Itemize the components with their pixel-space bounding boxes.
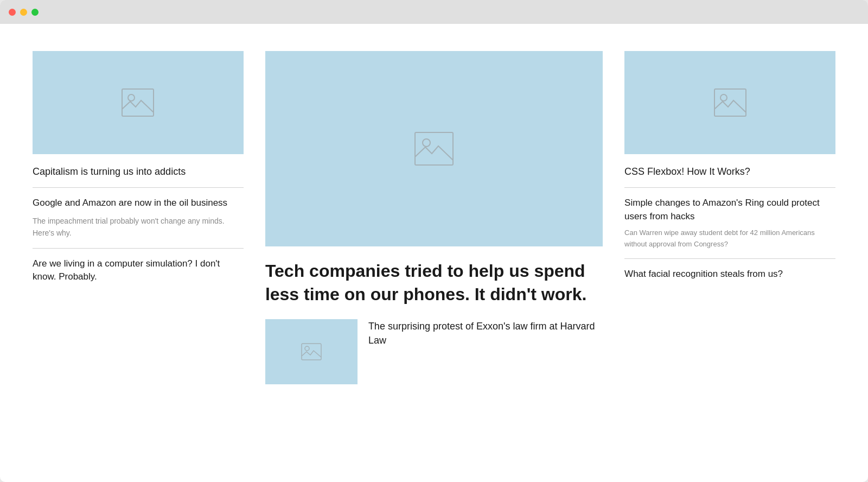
svg-rect-6 xyxy=(714,89,746,116)
article-grid: Capitalism is turning us into addicts Go… xyxy=(33,51,835,384)
right-top-placeholder xyxy=(624,51,835,154)
titlebar xyxy=(0,0,868,24)
middle-bottom-placeholder xyxy=(265,319,358,384)
middle-hero-placeholder xyxy=(265,51,603,246)
minimize-button[interactable] xyxy=(20,9,27,16)
right-divider-2 xyxy=(624,258,835,259)
svg-point-1 xyxy=(128,94,135,101)
right-article1-title[interactable]: CSS Flexbox! How It Works? xyxy=(624,165,835,179)
main-content: Capitalism is turning us into addicts Go… xyxy=(0,24,868,482)
right-article4-title[interactable]: What facial recognition steals from us? xyxy=(624,268,835,281)
left-article2-summary: The impeachment trial probably won't cha… xyxy=(33,215,244,239)
svg-point-3 xyxy=(423,139,430,147)
left-column: Capitalism is turning us into addicts Go… xyxy=(33,51,244,384)
svg-point-7 xyxy=(720,94,727,101)
middle-bottom-article-title[interactable]: The surprising protest of Exxon's law fi… xyxy=(368,319,603,347)
svg-rect-0 xyxy=(122,89,154,116)
left-top-placeholder xyxy=(33,51,244,154)
maximize-button[interactable] xyxy=(31,9,39,16)
middle-column: Tech companies tried to help us spend le… xyxy=(265,51,603,384)
right-article2-title[interactable]: Simple changes to Amazon's Ring could pr… xyxy=(624,196,835,223)
right-divider-1 xyxy=(624,187,835,188)
middle-bottom-article: The surprising protest of Exxon's law fi… xyxy=(265,319,603,384)
divider-1 xyxy=(33,187,244,188)
left-top-image-container xyxy=(33,51,244,154)
browser-window: Capitalism is turning us into addicts Go… xyxy=(0,0,868,482)
right-article3-summary: Can Warren wipe away student debt for 42… xyxy=(624,227,835,249)
svg-rect-2 xyxy=(415,132,453,165)
middle-hero-title[interactable]: Tech companies tried to help us spend le… xyxy=(265,259,603,306)
right-top-image-container xyxy=(624,51,835,154)
left-article1-title[interactable]: Capitalism is turning us into addicts xyxy=(33,165,244,179)
left-article3-title[interactable]: Are we living in a computer simulation? … xyxy=(33,257,244,283)
close-button[interactable] xyxy=(9,9,16,16)
right-column: CSS Flexbox! How It Works? Simple change… xyxy=(624,51,835,384)
left-article2-title[interactable]: Google and Amazon are now in the oil bus… xyxy=(33,196,244,210)
right-article2-block: Simple changes to Amazon's Ring could pr… xyxy=(624,196,835,250)
svg-rect-4 xyxy=(302,344,321,360)
divider-2 xyxy=(33,248,244,249)
svg-point-5 xyxy=(305,346,309,351)
